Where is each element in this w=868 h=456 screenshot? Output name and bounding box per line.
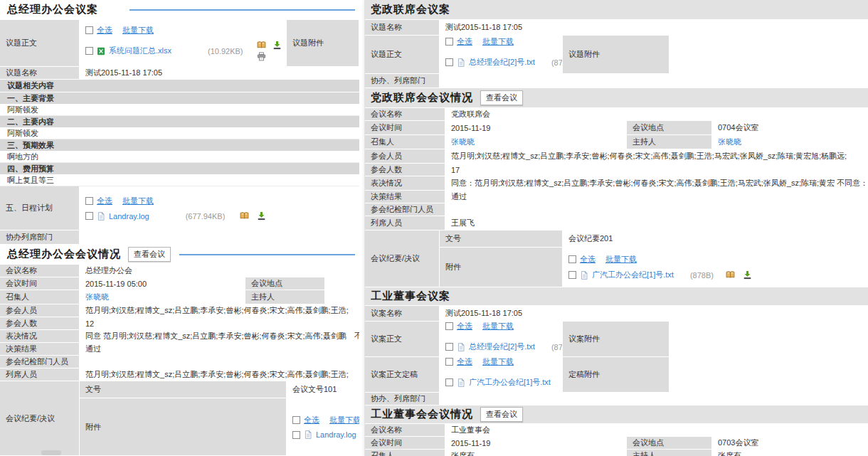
person-link[interactable]: 张晓晓 xyxy=(85,292,109,302)
attachment-file-link[interactable]: 广汽工办公会纪[1]号.txt xyxy=(592,270,674,280)
field-label: 文号 xyxy=(440,230,563,247)
checkbox[interactable] xyxy=(568,271,576,279)
minutes-nested-table: 文号 会议文号101 附件 全选 批量下载 La xyxy=(80,381,359,455)
row-discipline: 参会纪检部门人员 xyxy=(365,203,868,216)
field-label: 议题正文 xyxy=(365,36,440,73)
select-all-link[interactable]: 全选 xyxy=(97,25,112,36)
row-meeting-time: 会议时间 2015-11-19 会议地点 0704会议室 xyxy=(365,121,868,135)
checkbox[interactable] xyxy=(445,358,453,366)
download-icon[interactable] xyxy=(743,270,752,280)
row-minutes: 会议纪要/决议 文号 会议文号101 附件 全选 批量下载 xyxy=(0,381,359,456)
row-doc-number: 文号 会议纪要201 xyxy=(440,230,868,248)
file-size: (10.92KB) xyxy=(208,47,243,55)
batch-download-link[interactable]: 批量下载 xyxy=(482,322,514,332)
select-all-link[interactable]: 全选 xyxy=(304,415,319,425)
batch-download-link[interactable]: 批量下载 xyxy=(605,254,637,265)
row-proposal-final: 议案正文定稿 全选 批量下载 广汽工办公会纪[1]号.txt (878B) xyxy=(365,357,868,393)
field-label: 协办列席部门 xyxy=(0,230,80,244)
checkbox[interactable] xyxy=(445,38,453,46)
checkbox[interactable] xyxy=(85,47,93,55)
attachment-file-link[interactable]: Landray.log xyxy=(109,212,149,221)
checkbox[interactable] xyxy=(445,378,453,386)
select-all-link[interactable]: 全选 xyxy=(580,254,596,265)
title-underline xyxy=(179,254,355,255)
person-link[interactable]: 张晓晓 xyxy=(451,137,475,147)
book-icon[interactable] xyxy=(726,270,735,280)
field-label: 议案名称 xyxy=(365,306,440,321)
field-label: 会议时间 xyxy=(365,437,445,449)
field-label: 协办、列席部门 xyxy=(365,74,440,88)
attachment-widget: 全选 批量下载 系统问题汇总.xlsx (10.92KB) xyxy=(85,25,283,61)
select-all-link[interactable]: 全选 xyxy=(457,322,472,332)
checkbox[interactable] xyxy=(292,416,300,424)
select-all-link[interactable]: 全选 xyxy=(457,36,472,47)
row-doc-number: 文号 会议文号101 xyxy=(80,381,359,398)
checkbox[interactable] xyxy=(85,212,93,220)
field-value: 同意 范月明;刘汉慈;程博文_sz;吕立鹏;李承安;曾彬;何春炎;宋文;高伟;聂… xyxy=(80,330,359,342)
attachment-file-link[interactable]: Landray.log xyxy=(316,430,356,439)
field-label: 决策结果 xyxy=(0,343,80,355)
field-label: 会议地点 xyxy=(627,121,712,134)
book-icon[interactable] xyxy=(257,41,266,50)
field-value: 12 xyxy=(80,317,359,329)
select-all-link[interactable]: 全选 xyxy=(97,196,112,206)
field-label: 会议纪要/决议 xyxy=(365,230,440,287)
checkbox[interactable] xyxy=(85,197,93,205)
field-value: 张晓晓 xyxy=(712,135,868,149)
field-label: 文号 xyxy=(80,381,287,398)
checkbox[interactable] xyxy=(445,322,453,330)
attachment-toolbar: 全选 批量下载 xyxy=(445,36,563,47)
batch-download-link[interactable]: 批量下载 xyxy=(122,25,154,36)
checkbox[interactable] xyxy=(445,58,453,66)
section-header-gm-proposal: 总经理办公会议案 xyxy=(0,0,359,20)
batch-download-link[interactable]: 批量下载 xyxy=(482,357,514,367)
item-header: 三、预期效果 xyxy=(0,139,359,152)
row-attendee-count: 参会人数 17 xyxy=(365,164,868,176)
attachment-toolbar: 全选 批量下载 xyxy=(85,25,283,36)
attachment-file-link[interactable]: 总经理会纪[2]号.txt xyxy=(469,57,535,68)
minutes-nested-table: 文号 会议纪要201 附件 全选 批量下载 广汽 xyxy=(440,230,868,287)
attachment-file-link[interactable]: 广汽工办公会纪[1]号.txt xyxy=(469,377,551,388)
printer-icon[interactable] xyxy=(257,52,266,61)
attachment-widget: 全选 批量下载 广汽工办公会纪[1]号.txt (878B) xyxy=(445,357,563,392)
attachment-widget: 全选 批量下载 Landray.log (677.94KB) xyxy=(85,196,266,221)
attachment-widget: 全选 批量下载 总经理会纪[2]号.txt (878B) xyxy=(445,322,563,356)
attachment-file-link[interactable]: 总经理会纪[2]号.txt xyxy=(469,341,535,352)
horizontal-scrollbar-thumb[interactable] xyxy=(41,450,61,455)
item-value: 阿斯顿发 xyxy=(0,105,359,116)
view-meeting-button[interactable]: 查看会议 xyxy=(480,90,523,105)
document-file-icon xyxy=(457,343,465,351)
checkbox[interactable] xyxy=(568,255,576,263)
book-icon[interactable] xyxy=(240,211,249,221)
row-proposal-body: 议题正文 全选 批量下载 总经理会纪[2]号.txt (878B) xyxy=(365,36,868,74)
field-label: 参会纪检部门人员 xyxy=(365,203,445,216)
field-value: 张席有 xyxy=(445,450,627,456)
field-label: 议题正文 xyxy=(0,20,80,66)
field-value: 总经理办公会 xyxy=(80,265,359,277)
row-observers: 列席人员 范月明;刘汉慈;程博文_sz;吕立鹏;李承安;曾彬;何春炎;宋文;高伟… xyxy=(0,368,359,381)
field-value: 同意：范月明;刘汉慈;程博文_sz;吕立鹏;李承安;曾彬;何春炎;宋文;高伟;聂… xyxy=(445,176,868,190)
row-vote: 表决情况 同意：范月明;刘汉慈;程博文_sz;吕立鹏;李承安;曾彬;何春炎;宋文… xyxy=(365,176,868,191)
field-label: 主持人 xyxy=(627,135,712,149)
person-link[interactable]: 张晓晓 xyxy=(718,137,741,147)
view-meeting-button[interactable]: 查看会议 xyxy=(128,247,171,262)
row-meeting-time: 会议时间 2015-11-19 会议地点 0703会议室 xyxy=(365,437,868,450)
checkbox[interactable] xyxy=(445,343,453,351)
section-title: 工业董事会议案 xyxy=(371,290,450,303)
select-all-link[interactable]: 全选 xyxy=(457,357,472,367)
field-value: 范月明;刘汉慈;程博文_sz;吕立鹏;李承安;曾彬;何春炎;宋文;高伟;聂剑鹏;… xyxy=(445,149,868,163)
batch-download-link[interactable]: 批量下载 xyxy=(329,415,359,425)
checkbox[interactable] xyxy=(292,431,300,439)
document-file-icon xyxy=(580,271,588,280)
batch-download-link[interactable]: 批量下载 xyxy=(122,196,154,206)
view-meeting-button[interactable]: 查看会议 xyxy=(480,407,523,422)
attachment-file-row: 系统问题汇总.xlsx (10.92KB) xyxy=(85,41,283,61)
batch-download-link[interactable]: 批量下载 xyxy=(482,36,514,47)
checkbox[interactable] xyxy=(85,26,93,34)
item-value: 阿斯顿发 xyxy=(0,128,359,139)
row-convener: 召集人 张席有 主持人 张席有 xyxy=(365,450,868,456)
item-value: 啊上复且等三 xyxy=(0,175,359,186)
download-icon[interactable] xyxy=(272,41,282,50)
download-icon[interactable] xyxy=(257,211,266,221)
attachment-file-link[interactable]: 系统问题汇总.xlsx xyxy=(109,46,171,56)
